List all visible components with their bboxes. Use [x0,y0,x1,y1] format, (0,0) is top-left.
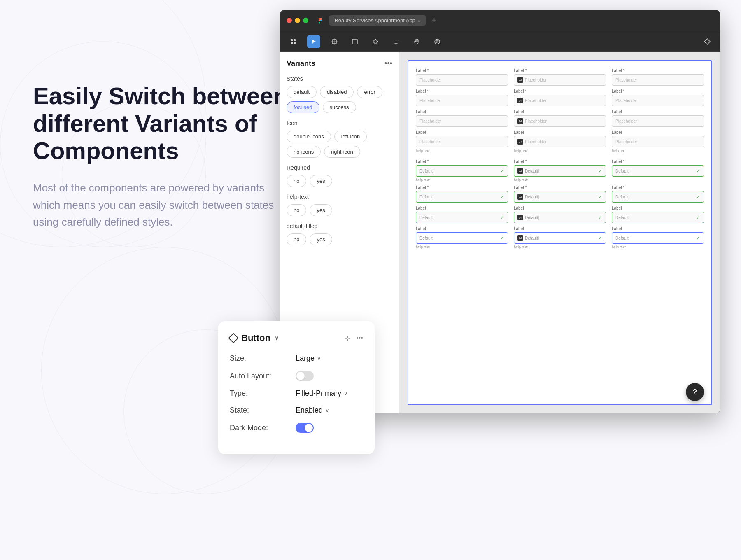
toolbar-shape-btn[interactable] [348,35,361,48]
field-input-4[interactable]: Placeholder [416,95,508,106]
field-3: Label * Placeholder [612,68,704,86]
prop-row-size: Size: Large ∨ [230,354,363,363]
default-filled-chips: no yes [287,233,392,245]
chip-helptext-yes[interactable]: yes [310,204,332,216]
field-17: Label * 24 Default| ✓ [514,185,606,203]
field-input-1[interactable]: Placeholder [416,74,508,86]
help-button[interactable]: ? [686,383,704,401]
field-input-2[interactable]: 24 Placeholder [514,74,606,86]
section-label-default-filled: default-filled [287,223,392,229]
chip-filled-no[interactable]: no [287,233,306,245]
field-input-20[interactable]: 24 Default| ✓ [514,212,606,223]
chip-focused[interactable]: focused [287,101,319,113]
chip-no-icons[interactable]: no-icons [287,146,321,158]
chip-left-icon[interactable]: left-icon [334,131,367,142]
chip-right-icon[interactable]: right-icon [324,146,360,158]
chip-success[interactable]: success [323,101,356,113]
prop-value-size[interactable]: Large ∨ [296,354,321,363]
field-19: Label Default| ✓ [416,206,508,223]
field-help-23: help text [514,245,606,249]
field-input-9[interactable]: Placeholder [612,115,704,127]
field-placeholder-2: Placeholder [525,78,547,82]
prop-value-state[interactable]: Enabled ∨ [296,406,329,415]
field-input-22[interactable]: Default| ✓ [416,232,508,244]
field-input-5[interactable]: 24 Placeholder [514,95,606,106]
field-input-6[interactable]: Placeholder [612,95,704,106]
section-required: Required no yes [287,164,392,187]
field-input-7[interactable]: Placeholder [416,115,508,127]
panel-action-grid[interactable]: ⊹ [345,334,350,342]
toolbar-comment-btn[interactable] [431,35,444,48]
traffic-light-red[interactable] [287,18,292,23]
panel-chevron[interactable]: ∨ [275,335,279,341]
chip-required-no[interactable]: no [287,175,306,187]
field-input-10[interactable]: Placeholder [416,136,508,147]
field-10: Label Placeholder help text [416,130,508,153]
chip-helptext-no[interactable]: no [287,204,306,216]
field-input-14[interactable]: 24 Default| ✓ [514,165,606,177]
check-icon-16: ✓ [500,194,504,200]
figma-tab[interactable]: Beauty Services Appointment App × [329,15,426,26]
field-placeholder-3: Placeholder [615,78,637,82]
figma-toolbar [280,31,720,52]
field-placeholder-9: Placeholder [615,119,637,124]
section-label-required: Required [287,164,392,171]
panel-action-more[interactable]: ••• [356,334,363,342]
toolbar-text-btn[interactable] [389,35,403,48]
add-tab-button[interactable]: + [432,16,436,25]
svg-rect-3 [294,42,296,44]
chip-error[interactable]: error [357,86,382,98]
toolbar-pen-btn[interactable] [369,35,382,48]
toolbar-diamond-btn[interactable] [701,35,714,48]
chip-disabled[interactable]: disabled [320,86,354,98]
field-9: Label Placeholder [612,110,704,127]
field-help-24: help text [612,245,704,249]
field-label-21: Label [612,206,704,210]
field-input-3[interactable]: Placeholder [612,74,704,86]
field-input-16[interactable]: Default| ✓ [416,191,508,203]
field-label-9: Label [612,110,704,114]
field-15: Label * Default| ✓ [612,159,704,182]
design-canvas: Label * Placeholder Label * 24 Placehold… [399,52,720,413]
dark-mode-toggle[interactable] [296,423,314,433]
toolbar-hand-btn[interactable] [410,35,423,48]
field-4: Label * Placeholder [416,89,508,106]
field-18: Label * Default| ✓ [612,185,704,203]
field-label-4: Label * [416,89,508,93]
tab-close-button[interactable]: × [418,18,420,23]
field-placeholder-5: Placeholder [525,98,547,103]
field-input-18[interactable]: Default| ✓ [612,191,704,203]
field-5: Label * 24 Placeholder [514,89,606,106]
traffic-light-yellow[interactable] [295,18,300,23]
field-placeholder-7: Placeholder [419,119,441,124]
chip-default[interactable]: default [287,86,317,98]
fields-grid-1: Label * Placeholder Label * 24 Placehold… [416,68,704,86]
field-input-21[interactable]: Default| ✓ [612,212,704,223]
field-label-19: Label [416,206,508,210]
field-input-12[interactable]: Placeholder [612,136,704,147]
field-input-24[interactable]: Default| ✓ [612,232,704,244]
field-label-8: Label [514,110,606,114]
field-input-8[interactable]: 24 Placeholder [514,115,606,127]
chip-required-yes[interactable]: yes [310,175,332,187]
chip-double-icons[interactable]: double-icons [287,131,331,142]
field-input-15[interactable]: Default| ✓ [612,165,704,177]
field-input-13[interactable]: Default| ✓ [416,165,508,177]
field-input-23[interactable]: 24 Default| ✓ [514,232,606,244]
check-icon-21: ✓ [696,215,700,220]
toolbar-menu-btn[interactable] [287,35,300,48]
chip-filled-yes[interactable]: yes [310,233,332,245]
variants-more-btn[interactable]: ••• [384,59,392,68]
field-help-12: help text [612,149,704,153]
prop-value-type[interactable]: Filled-Primary ∨ [296,389,348,398]
field-input-11[interactable]: 24 Placeholder [514,136,606,147]
prop-label-type: Type: [230,389,296,398]
field-placeholder-12: Placeholder [615,140,637,144]
field-placeholder-4: Placeholder [419,98,441,103]
toolbar-select-btn[interactable] [307,35,320,48]
field-input-19[interactable]: Default| ✓ [416,212,508,223]
auto-layout-toggle[interactable] [296,371,314,381]
traffic-light-green[interactable] [303,18,308,23]
toolbar-frame-btn[interactable] [328,35,341,48]
field-input-17[interactable]: 24 Default| ✓ [514,191,606,203]
